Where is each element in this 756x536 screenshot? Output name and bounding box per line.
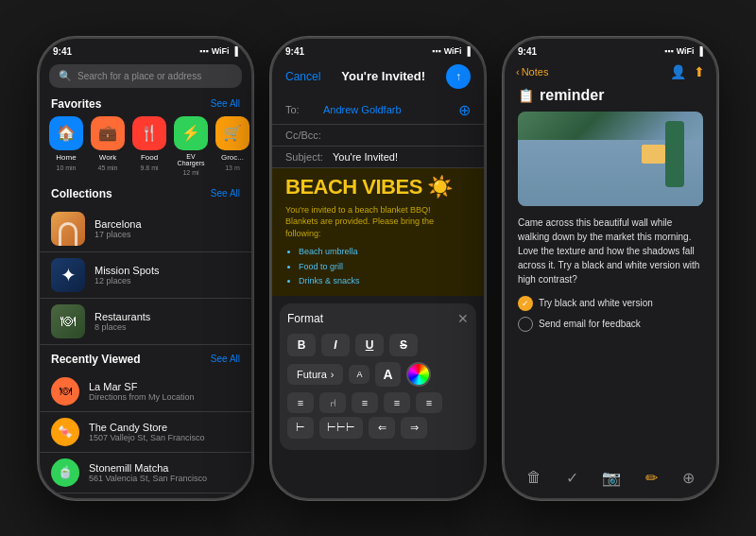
notes-people-icon[interactable]: 👤 (670, 64, 686, 79)
reminder-icon: 📋 (518, 88, 534, 103)
mail-cancel-button[interactable]: Cancel (285, 70, 320, 83)
favorites-see-all[interactable]: See All (211, 98, 240, 109)
wifi-icon-notes: WiFi (677, 46, 695, 56)
status-bar-mail: 9:41 ▪▪▪ WiFi ▐ (272, 39, 484, 61)
fav-groc-sub: 13 m (225, 164, 240, 171)
collection-restaurants[interactable]: 🍽 Restaurants 8 places (40, 299, 251, 345)
back-chevron-icon: ‹ (516, 66, 520, 78)
indent-left-button[interactable]: ⊢ (287, 417, 314, 439)
format-close-button[interactable]: ✕ (457, 311, 469, 326)
notes-title-text: reminder (540, 87, 604, 104)
barcelona-arch-icon (59, 222, 77, 246)
bold-button[interactable]: B (287, 334, 316, 356)
fav-ev[interactable]: ⚡ EV Chargers 12 mi (174, 116, 208, 176)
camera-tool[interactable]: 📷 (602, 469, 621, 487)
compose-tool[interactable]: ✏ (645, 469, 658, 487)
italic-button[interactable]: I (321, 334, 350, 356)
fav-work-icon: 💼 (91, 116, 125, 150)
format-list-row: ≡ ⑁ ≡ ≡ ≡ (287, 392, 469, 413)
lamar-name: La Mar SF (89, 381, 195, 392)
favorites-row: 🏠 Home 10 min 💼 Work 45 min 🍴 Food 9.8 m… (40, 116, 251, 185)
fav-home[interactable]: 🏠 Home 10 min (49, 116, 83, 176)
lamar-icon: 🍽 (51, 377, 79, 406)
color-picker[interactable] (406, 362, 431, 387)
text-dir-rtl-button[interactable]: ⇒ (401, 417, 427, 439)
mail-screen: 9:41 ▪▪▪ WiFi ▐ Cancel You're Invited! ↑… (272, 39, 484, 498)
mail-compose-title: You're Invited! (341, 69, 425, 83)
signal-icon-mail: ▪▪▪ (432, 46, 441, 56)
align-left-button[interactable]: ≡ (352, 392, 378, 413)
notes-nav: ‹ Notes 👤 ⬆ (505, 61, 716, 87)
cc-label: Cc/Bcc: (285, 130, 323, 141)
recent-candy[interactable]: 🍬 The Candy Store 1507 Vallejo St, San F… (40, 412, 251, 453)
maps-search-bar[interactable]: 🔍 Search for a place or address (49, 64, 242, 88)
notes-body: Came across this beautiful wall while wa… (518, 216, 703, 286)
bullet-list-button[interactable]: ≡ (287, 392, 314, 413)
fav-food-label: Food (141, 153, 158, 162)
checkbox-checked-icon: ✓ (518, 296, 533, 311)
fav-food-sub: 9.8 mi (140, 164, 158, 171)
collection-barcelona[interactable]: Barcelona 17 places (40, 206, 251, 252)
underline-button[interactable]: U (355, 334, 384, 356)
wifi-icon-mail: WiFi (444, 46, 462, 56)
format-style-row: B I U S (287, 334, 469, 356)
delete-tool[interactable]: 🗑 (526, 469, 541, 487)
candy-name: The Candy Store (89, 422, 204, 433)
checkbox-email[interactable]: Send email for feedback (518, 317, 703, 332)
checkbox-bw-version[interactable]: ✓ Try black and white version (518, 296, 703, 311)
restaurants-sub: 8 places (94, 322, 150, 332)
size-small-button[interactable]: A (349, 365, 369, 384)
barcelona-sub: 17 places (94, 230, 142, 239)
notes-back-button[interactable]: ‹ Notes (516, 66, 548, 78)
send-arrow-icon: ↑ (455, 70, 461, 83)
status-bar-notes: 9:41 ▪▪▪ WiFi ▐ (505, 39, 716, 61)
candy-icon: 🍬 (51, 418, 79, 446)
check-tool[interactable]: ✓ (566, 469, 578, 487)
mail-list: Beach umbrella Food to grill Drinks & sn… (285, 245, 471, 288)
align-center-button[interactable]: ≡ (384, 392, 410, 413)
indent-right-button[interactable]: ⊢⊢⊢ (319, 417, 363, 439)
collection-mission[interactable]: ✦ Mission Spots 12 places (40, 252, 251, 299)
font-chevron-icon: › (331, 369, 335, 380)
barcelona-info: Barcelona 17 places (94, 218, 142, 239)
to-value: Andrew Goldfarb (323, 104, 402, 115)
notes-nav-icons: 👤 ⬆ (670, 64, 705, 79)
to-label: To: (285, 104, 323, 115)
mail-subject-field[interactable]: Subject: You're Invited! (272, 147, 484, 168)
mail-compose-header: Cancel You're Invited! ↑ (272, 61, 484, 96)
collections-title: Collections (51, 187, 112, 200)
fav-work[interactable]: 💼 Work 45 min (91, 116, 125, 176)
format-header: Format ✕ (287, 311, 469, 326)
maps-screen: 9:41 ▪▪▪ WiFi ▐ 🔍 Search for a place or … (40, 39, 251, 498)
mail-send-button[interactable]: ↑ (446, 64, 471, 89)
collections-see-all[interactable]: See All (211, 188, 240, 199)
fav-food[interactable]: 🍴 Food 9.8 mi (132, 116, 166, 176)
matcha-name: Stonemill Matcha (89, 462, 207, 474)
recently-viewed-see-all[interactable]: See All (211, 354, 240, 364)
barcelona-thumb (51, 212, 85, 246)
fav-groc[interactable]: 🛒 Groc... 13 m (215, 116, 249, 176)
align-right-button[interactable]: ≡ (416, 392, 442, 413)
recent-cal-academy[interactable]: 🔭 California Academy of Sciences (40, 493, 251, 498)
notes-share-icon[interactable]: ⬆ (694, 64, 705, 79)
restaurants-name: Restaurants (94, 311, 150, 322)
recent-matcha[interactable]: 🍵 Stonemill Matcha 561 Valencia St, San … (40, 453, 251, 493)
mail-to-field[interactable]: To: Andrew Goldfarb ⊕ (272, 96, 484, 125)
size-large-button[interactable]: A (375, 362, 400, 387)
status-icons: ▪▪▪ WiFi ▐ (199, 46, 238, 56)
numbered-list-button[interactable]: ⑁ (319, 392, 346, 413)
notes-title: 📋 reminder (518, 87, 703, 104)
mail-cc-field[interactable]: Cc/Bcc: (272, 125, 484, 147)
figure-silhouette (665, 121, 684, 187)
add-recipient-icon[interactable]: ⊕ (458, 101, 471, 119)
fav-home-icon: 🏠 (49, 116, 83, 150)
recent-lamar[interactable]: 🍽 La Mar SF Directions from My Location (40, 372, 251, 412)
strikethrough-button[interactable]: S (389, 334, 418, 356)
location-tool[interactable]: ⊕ (682, 469, 695, 487)
list-item-umbrella: Beach umbrella (299, 245, 471, 259)
font-picker[interactable]: Futura › (287, 364, 343, 385)
phone-maps: 9:41 ▪▪▪ WiFi ▐ 🔍 Search for a place or … (38, 37, 253, 500)
mission-info: Mission Spots 12 places (94, 265, 159, 285)
search-placeholder: Search for a place or address (77, 71, 201, 81)
text-dir-button[interactable]: ⇐ (369, 417, 395, 439)
